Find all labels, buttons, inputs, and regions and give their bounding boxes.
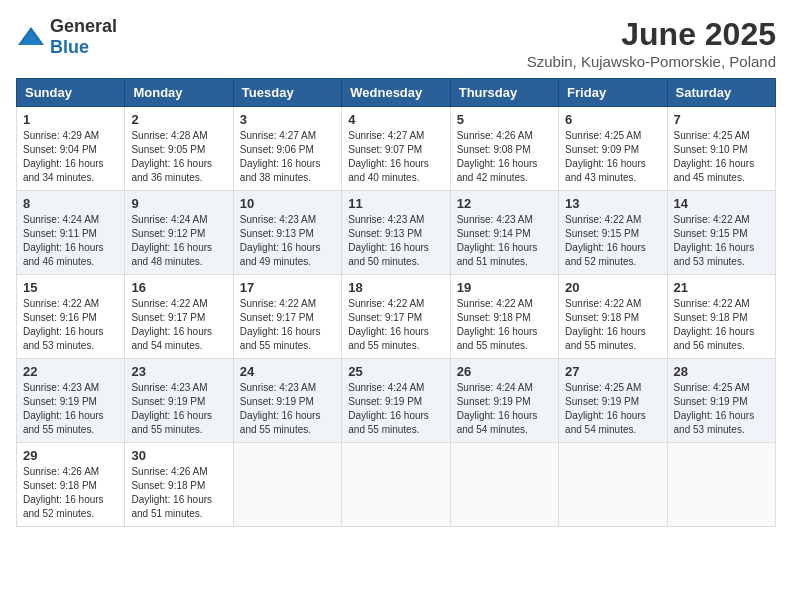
day-info: Sunrise: 4:24 AMSunset: 9:11 PMDaylight:… — [23, 213, 118, 269]
calendar-cell: 15Sunrise: 4:22 AMSunset: 9:16 PMDayligh… — [17, 275, 125, 359]
day-number: 9 — [131, 196, 226, 211]
weekday-header-thursday: Thursday — [450, 79, 558, 107]
day-number: 25 — [348, 364, 443, 379]
day-number: 18 — [348, 280, 443, 295]
day-number: 22 — [23, 364, 118, 379]
day-info: Sunrise: 4:27 AMSunset: 9:06 PMDaylight:… — [240, 129, 335, 185]
day-info: Sunrise: 4:22 AMSunset: 9:18 PMDaylight:… — [457, 297, 552, 353]
calendar-cell: 1Sunrise: 4:29 AMSunset: 9:04 PMDaylight… — [17, 107, 125, 191]
day-number: 24 — [240, 364, 335, 379]
location-title: Szubin, Kujawsko-Pomorskie, Poland — [527, 53, 776, 70]
day-number: 2 — [131, 112, 226, 127]
title-area: June 2025 Szubin, Kujawsko-Pomorskie, Po… — [527, 16, 776, 70]
day-info: Sunrise: 4:23 AMSunset: 9:13 PMDaylight:… — [240, 213, 335, 269]
day-info: Sunrise: 4:23 AMSunset: 9:14 PMDaylight:… — [457, 213, 552, 269]
calendar-cell: 6Sunrise: 4:25 AMSunset: 9:09 PMDaylight… — [559, 107, 667, 191]
calendar-row: 1Sunrise: 4:29 AMSunset: 9:04 PMDaylight… — [17, 107, 776, 191]
calendar-cell: 24Sunrise: 4:23 AMSunset: 9:19 PMDayligh… — [233, 359, 341, 443]
day-info: Sunrise: 4:25 AMSunset: 9:10 PMDaylight:… — [674, 129, 769, 185]
calendar-cell: 26Sunrise: 4:24 AMSunset: 9:19 PMDayligh… — [450, 359, 558, 443]
page-header: General Blue June 2025 Szubin, Kujawsko-… — [16, 16, 776, 70]
day-info: Sunrise: 4:22 AMSunset: 9:17 PMDaylight:… — [240, 297, 335, 353]
day-info: Sunrise: 4:25 AMSunset: 9:09 PMDaylight:… — [565, 129, 660, 185]
logo-blue-text: Blue — [50, 37, 89, 57]
calendar-cell: 18Sunrise: 4:22 AMSunset: 9:17 PMDayligh… — [342, 275, 450, 359]
weekday-header-monday: Monday — [125, 79, 233, 107]
weekday-header-friday: Friday — [559, 79, 667, 107]
calendar-cell: 29Sunrise: 4:26 AMSunset: 9:18 PMDayligh… — [17, 443, 125, 527]
weekday-header-sunday: Sunday — [17, 79, 125, 107]
calendar-cell: 23Sunrise: 4:23 AMSunset: 9:19 PMDayligh… — [125, 359, 233, 443]
calendar-cell: 28Sunrise: 4:25 AMSunset: 9:19 PMDayligh… — [667, 359, 775, 443]
day-info: Sunrise: 4:23 AMSunset: 9:19 PMDaylight:… — [23, 381, 118, 437]
day-info: Sunrise: 4:25 AMSunset: 9:19 PMDaylight:… — [674, 381, 769, 437]
calendar-cell: 19Sunrise: 4:22 AMSunset: 9:18 PMDayligh… — [450, 275, 558, 359]
day-info: Sunrise: 4:26 AMSunset: 9:18 PMDaylight:… — [23, 465, 118, 521]
calendar-cell: 10Sunrise: 4:23 AMSunset: 9:13 PMDayligh… — [233, 191, 341, 275]
calendar-header-row: SundayMondayTuesdayWednesdayThursdayFrid… — [17, 79, 776, 107]
day-number: 12 — [457, 196, 552, 211]
day-number: 21 — [674, 280, 769, 295]
weekday-header-tuesday: Tuesday — [233, 79, 341, 107]
day-info: Sunrise: 4:26 AMSunset: 9:08 PMDaylight:… — [457, 129, 552, 185]
calendar-cell — [233, 443, 341, 527]
day-number: 15 — [23, 280, 118, 295]
day-info: Sunrise: 4:24 AMSunset: 9:19 PMDaylight:… — [457, 381, 552, 437]
day-number: 26 — [457, 364, 552, 379]
day-number: 5 — [457, 112, 552, 127]
day-info: Sunrise: 4:22 AMSunset: 9:18 PMDaylight:… — [674, 297, 769, 353]
day-info: Sunrise: 4:25 AMSunset: 9:19 PMDaylight:… — [565, 381, 660, 437]
logo: General Blue — [16, 16, 117, 58]
day-info: Sunrise: 4:24 AMSunset: 9:12 PMDaylight:… — [131, 213, 226, 269]
day-info: Sunrise: 4:23 AMSunset: 9:13 PMDaylight:… — [348, 213, 443, 269]
calendar-table: SundayMondayTuesdayWednesdayThursdayFrid… — [16, 78, 776, 527]
calendar-row: 29Sunrise: 4:26 AMSunset: 9:18 PMDayligh… — [17, 443, 776, 527]
day-info: Sunrise: 4:23 AMSunset: 9:19 PMDaylight:… — [240, 381, 335, 437]
calendar-cell: 25Sunrise: 4:24 AMSunset: 9:19 PMDayligh… — [342, 359, 450, 443]
day-number: 17 — [240, 280, 335, 295]
day-info: Sunrise: 4:28 AMSunset: 9:05 PMDaylight:… — [131, 129, 226, 185]
day-info: Sunrise: 4:22 AMSunset: 9:15 PMDaylight:… — [674, 213, 769, 269]
calendar-cell: 22Sunrise: 4:23 AMSunset: 9:19 PMDayligh… — [17, 359, 125, 443]
month-title: June 2025 — [527, 16, 776, 53]
day-number: 20 — [565, 280, 660, 295]
day-number: 6 — [565, 112, 660, 127]
calendar-cell: 8Sunrise: 4:24 AMSunset: 9:11 PMDaylight… — [17, 191, 125, 275]
day-info: Sunrise: 4:22 AMSunset: 9:17 PMDaylight:… — [131, 297, 226, 353]
day-info: Sunrise: 4:22 AMSunset: 9:15 PMDaylight:… — [565, 213, 660, 269]
day-info: Sunrise: 4:24 AMSunset: 9:19 PMDaylight:… — [348, 381, 443, 437]
day-info: Sunrise: 4:22 AMSunset: 9:17 PMDaylight:… — [348, 297, 443, 353]
weekday-header-wednesday: Wednesday — [342, 79, 450, 107]
calendar-row: 15Sunrise: 4:22 AMSunset: 9:16 PMDayligh… — [17, 275, 776, 359]
day-number: 1 — [23, 112, 118, 127]
day-number: 30 — [131, 448, 226, 463]
calendar-cell: 12Sunrise: 4:23 AMSunset: 9:14 PMDayligh… — [450, 191, 558, 275]
day-info: Sunrise: 4:29 AMSunset: 9:04 PMDaylight:… — [23, 129, 118, 185]
logo-icon — [16, 25, 46, 49]
calendar-cell: 11Sunrise: 4:23 AMSunset: 9:13 PMDayligh… — [342, 191, 450, 275]
calendar-cell: 14Sunrise: 4:22 AMSunset: 9:15 PMDayligh… — [667, 191, 775, 275]
calendar-cell — [667, 443, 775, 527]
day-number: 23 — [131, 364, 226, 379]
day-number: 29 — [23, 448, 118, 463]
day-number: 10 — [240, 196, 335, 211]
day-number: 16 — [131, 280, 226, 295]
calendar-cell: 16Sunrise: 4:22 AMSunset: 9:17 PMDayligh… — [125, 275, 233, 359]
day-number: 28 — [674, 364, 769, 379]
day-number: 14 — [674, 196, 769, 211]
day-number: 11 — [348, 196, 443, 211]
calendar-cell: 4Sunrise: 4:27 AMSunset: 9:07 PMDaylight… — [342, 107, 450, 191]
logo-general-text: General — [50, 16, 117, 36]
calendar-cell: 3Sunrise: 4:27 AMSunset: 9:06 PMDaylight… — [233, 107, 341, 191]
weekday-header-saturday: Saturday — [667, 79, 775, 107]
day-info: Sunrise: 4:23 AMSunset: 9:19 PMDaylight:… — [131, 381, 226, 437]
calendar-cell: 9Sunrise: 4:24 AMSunset: 9:12 PMDaylight… — [125, 191, 233, 275]
calendar-cell — [559, 443, 667, 527]
day-info: Sunrise: 4:26 AMSunset: 9:18 PMDaylight:… — [131, 465, 226, 521]
calendar-cell: 13Sunrise: 4:22 AMSunset: 9:15 PMDayligh… — [559, 191, 667, 275]
calendar-cell: 20Sunrise: 4:22 AMSunset: 9:18 PMDayligh… — [559, 275, 667, 359]
day-info: Sunrise: 4:22 AMSunset: 9:16 PMDaylight:… — [23, 297, 118, 353]
calendar-cell — [450, 443, 558, 527]
day-number: 19 — [457, 280, 552, 295]
day-number: 8 — [23, 196, 118, 211]
